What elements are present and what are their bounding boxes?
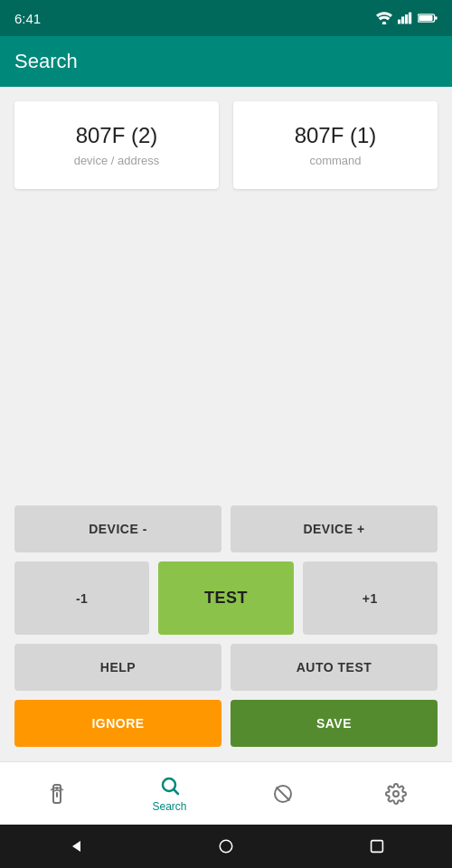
svg-point-15 [393, 791, 399, 797]
plus-one-button[interactable]: +1 [303, 561, 438, 635]
settings-icon [385, 783, 407, 805]
svg-rect-6 [419, 15, 432, 21]
svg-rect-4 [409, 13, 411, 24]
device-minus-button[interactable]: DEVICE - [14, 505, 221, 552]
main-content: 807F (2) device / address 807F (1) comma… [0, 87, 452, 761]
svg-point-0 [382, 22, 387, 24]
nav-item-blocked[interactable] [226, 762, 339, 825]
battery-icon [418, 13, 438, 24]
svg-rect-7 [435, 16, 438, 19]
home-button[interactable] [215, 835, 237, 857]
status-bar: 6:41 [0, 0, 452, 36]
command-card: 807F (1) command [233, 101, 438, 189]
svg-line-12 [174, 789, 178, 794]
content-spacer [14, 203, 438, 491]
test-row: -1 TEST +1 [14, 561, 438, 635]
bottom-nav: Search [0, 761, 452, 825]
buttons-section: DEVICE - DEVICE + -1 TEST +1 HELP AUTO T… [14, 505, 438, 747]
app-bar: Search [0, 36, 452, 87]
status-icons [376, 12, 438, 24]
command-label: command [309, 154, 361, 167]
wifi-icon [376, 12, 392, 24]
recents-button[interactable] [366, 835, 388, 857]
svg-rect-18 [371, 841, 382, 853]
help-row: HELP AUTO TEST [14, 644, 438, 691]
blocked-icon [272, 783, 294, 805]
device-address-card: 807F (2) device / address [14, 101, 219, 189]
ignore-button[interactable]: IGNORE [14, 700, 221, 747]
action-row: IGNORE SAVE [14, 700, 438, 747]
svg-line-14 [276, 787, 289, 800]
auto-test-button[interactable]: AUTO TEST [231, 644, 438, 691]
command-value: 807F (1) [295, 123, 377, 148]
device-address-value: 807F (2) [76, 123, 158, 148]
nav-item-remote[interactable] [0, 762, 113, 825]
back-button[interactable] [64, 835, 86, 857]
remote-icon [46, 783, 68, 805]
svg-rect-1 [398, 20, 400, 24]
minus-one-button[interactable]: -1 [14, 561, 149, 635]
device-plus-button[interactable]: DEVICE + [231, 505, 438, 552]
search-icon [159, 775, 181, 797]
svg-rect-3 [405, 14, 408, 24]
status-time: 6:41 [14, 11, 41, 26]
nav-item-settings[interactable] [339, 762, 452, 825]
signal-icon [398, 12, 412, 24]
svg-marker-16 [72, 841, 80, 852]
device-address-label: device / address [74, 154, 160, 167]
nav-item-search[interactable]: Search [113, 762, 226, 825]
search-nav-label: Search [152, 800, 186, 813]
svg-point-17 [220, 840, 232, 853]
svg-rect-2 [401, 16, 404, 24]
device-row: DEVICE - DEVICE + [14, 505, 438, 552]
app-bar-title: Search [14, 50, 78, 73]
help-button[interactable]: HELP [14, 644, 221, 691]
test-button[interactable]: TEST [158, 561, 293, 635]
android-nav [0, 825, 452, 868]
save-button[interactable]: SAVE [231, 700, 438, 747]
cards-row: 807F (2) device / address 807F (1) comma… [14, 101, 438, 189]
